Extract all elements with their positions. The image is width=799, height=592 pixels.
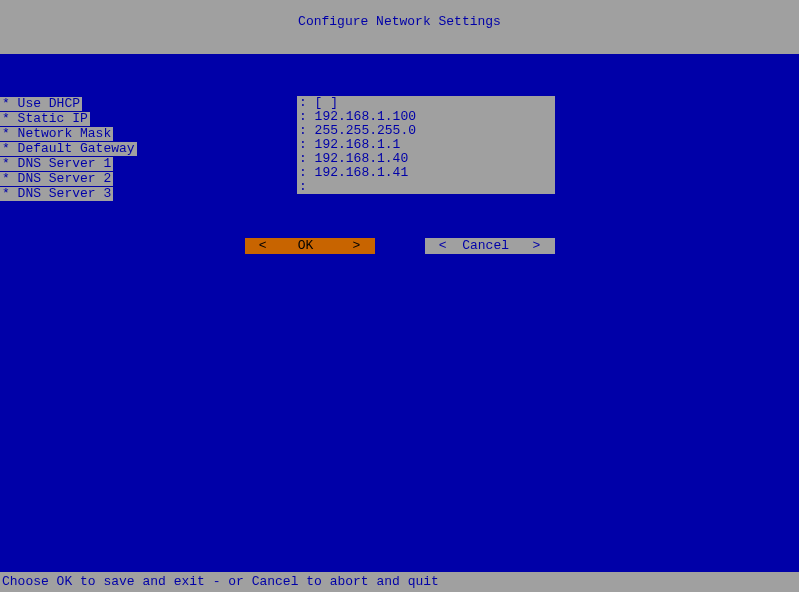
field-value-static-ip[interactable]: : 192.168.1.100: [297, 110, 555, 124]
field-label-dns1: * DNS Server 1: [0, 157, 113, 171]
field-label-dns3: * DNS Server 3: [0, 187, 113, 201]
field-label-static-ip: * Static IP: [0, 112, 90, 126]
ok-button[interactable]: < OK >: [245, 238, 375, 254]
field-value-dns3[interactable]: :: [297, 180, 555, 194]
field-label-dns2: * DNS Server 2: [0, 172, 113, 186]
field-label-gateway: * Default Gateway: [0, 142, 137, 156]
field-label-dhcp: * Use DHCP: [0, 97, 82, 111]
field-value-dns2[interactable]: : 192.168.1.41: [297, 166, 555, 180]
main-panel: * Use DHCP * Static IP * Network Mask * …: [0, 54, 799, 572]
title-text: Configure Network Settings: [298, 14, 501, 29]
cancel-button[interactable]: < Cancel >: [425, 238, 555, 254]
field-value-dns1[interactable]: : 192.168.1.40: [297, 152, 555, 166]
statusbar: Choose OK to save and exit - or Cancel t…: [0, 572, 799, 592]
field-value-dhcp[interactable]: : [ ]: [297, 96, 555, 110]
status-text: Choose OK to save and exit - or Cancel t…: [2, 574, 439, 589]
field-label-netmask: * Network Mask: [0, 127, 113, 141]
titlebar: Configure Network Settings: [0, 0, 799, 54]
labels-column: * Use DHCP * Static IP * Network Mask * …: [0, 96, 137, 201]
field-value-netmask[interactable]: : 255.255.255.0: [297, 124, 555, 138]
values-column: : [ ] : 192.168.1.100 : 255.255.255.0 : …: [297, 96, 555, 194]
button-row: < OK > < Cancel >: [0, 238, 799, 254]
field-value-gateway[interactable]: : 192.168.1.1: [297, 138, 555, 152]
